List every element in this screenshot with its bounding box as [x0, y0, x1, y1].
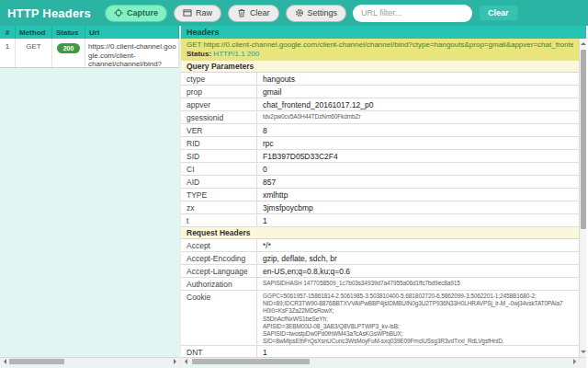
- clear-label: Clear: [250, 8, 270, 17]
- param-row: AID857: [181, 176, 579, 189]
- param-row: propgmail: [181, 86, 579, 98]
- param-row: t1: [181, 214, 579, 227]
- app-title: HTTP Headers: [7, 6, 91, 20]
- param-row: CI0: [181, 163, 579, 176]
- param-row: TYPExmlhttp: [181, 189, 579, 201]
- param-row: zx3jmsfpoycbmp: [181, 201, 579, 214]
- scroll-right-icon[interactable]: [171, 358, 179, 365]
- headers-vscrollbar[interactable]: [579, 39, 586, 357]
- col-method: Method: [16, 26, 52, 39]
- headers-content: GET https://0.client-channel.google.com/…: [181, 39, 579, 357]
- request-status-cell: 200: [52, 39, 85, 67]
- section-query-parameters: Query Parameters: [181, 61, 579, 73]
- scroll-up-icon[interactable]: [581, 39, 586, 48]
- hscroll-thumb[interactable]: [192, 359, 310, 364]
- col-status: Status: [52, 26, 85, 39]
- param-row: appverchat_frontend_20161017.12_p0: [181, 98, 579, 111]
- toolbar: HTTP Headers Capture Raw: [0, 0, 588, 26]
- scroll-left-icon[interactable]: [181, 358, 189, 365]
- headers-panel: Headers GET https://0.client-channel.goo…: [181, 26, 586, 368]
- trash-icon: [237, 8, 246, 17]
- scroll-right-icon[interactable]: [571, 358, 579, 365]
- requests-hscrollbar[interactable]: [0, 357, 179, 365]
- header-row: AuthorizationSAPISIDHASH 1477058509_1c7b…: [181, 278, 579, 291]
- http-headers-app: HTTP Headers Capture Raw: [0, 0, 588, 368]
- status-badge: 200: [57, 43, 81, 53]
- hscroll-thumb[interactable]: [9, 359, 64, 364]
- col-url: Url: [85, 26, 179, 39]
- window-icon: [183, 8, 192, 17]
- section-request-headers: Request Headers: [181, 227, 579, 239]
- main-split: # Method Status Url 1 GET 200 https://0.…: [0, 26, 588, 368]
- request-method: GET: [16, 39, 52, 67]
- request-line: GET https://0.client-channel.google.com/…: [187, 40, 573, 50]
- header-row: Accept*/*: [181, 239, 579, 252]
- headers-panel-title: Headers: [181, 26, 586, 39]
- request-row[interactable]: 1 GET 200 https://0.client-channel.googl…: [0, 39, 179, 68]
- settings-button[interactable]: Settings: [286, 5, 347, 22]
- headers-hscrollbar[interactable]: [181, 357, 579, 365]
- header-row: CookieGGPC=5061957-15861814-2.5061985-3.…: [181, 291, 579, 346]
- capture-label: Capture: [127, 8, 158, 17]
- scroll-down-icon[interactable]: [581, 348, 586, 357]
- vscroll-thumb[interactable]: [581, 50, 586, 229]
- param-row: gsessionidtdv2pw0cv5A0H44TDzNm60FkdmbZr: [181, 111, 579, 124]
- request-summary: GET https://0.client-channel.google.com/…: [181, 39, 579, 61]
- param-row: SIDF1B397D05D33C2F4: [181, 150, 579, 163]
- status-label: Status:: [187, 50, 211, 58]
- param-row: ctypehangouts: [181, 73, 579, 86]
- scroll-left-icon[interactable]: [0, 358, 8, 365]
- param-row: RIDrpc: [181, 137, 579, 150]
- gear-icon: [295, 8, 304, 17]
- raw-label: Raw: [196, 8, 212, 17]
- raw-button[interactable]: Raw: [174, 5, 221, 22]
- capture-button[interactable]: Capture: [105, 5, 167, 22]
- requests-empty-area: [0, 68, 179, 357]
- param-row: VER8: [181, 124, 579, 137]
- capture-icon: [114, 8, 123, 17]
- request-url: https://0.client-channel.google.com/clie…: [85, 39, 179, 67]
- request-index: 1: [0, 39, 16, 67]
- header-row: DNT1: [181, 346, 579, 357]
- settings-label: Settings: [308, 8, 338, 17]
- requests-table-header: # Method Status Url: [0, 26, 179, 39]
- filter-clear-button[interactable]: Clear: [479, 5, 518, 21]
- col-index: #: [0, 26, 16, 39]
- requests-panel: # Method Status Url 1 GET 200 https://0.…: [0, 26, 181, 368]
- url-filter-input[interactable]: [353, 5, 472, 22]
- header-row: Accept-Encodinggzip, deflate, sdch, br: [181, 252, 579, 265]
- status-line: Status: HTTP/1.1 200: [187, 50, 573, 59]
- header-row: Accept-Languageen-US,en;q=0.8,ku;q=0.6: [181, 265, 579, 278]
- scroll-corner: [579, 357, 586, 365]
- status-value: HTTP/1.1 200: [213, 50, 259, 58]
- clear-requests-button[interactable]: Clear: [228, 5, 279, 22]
